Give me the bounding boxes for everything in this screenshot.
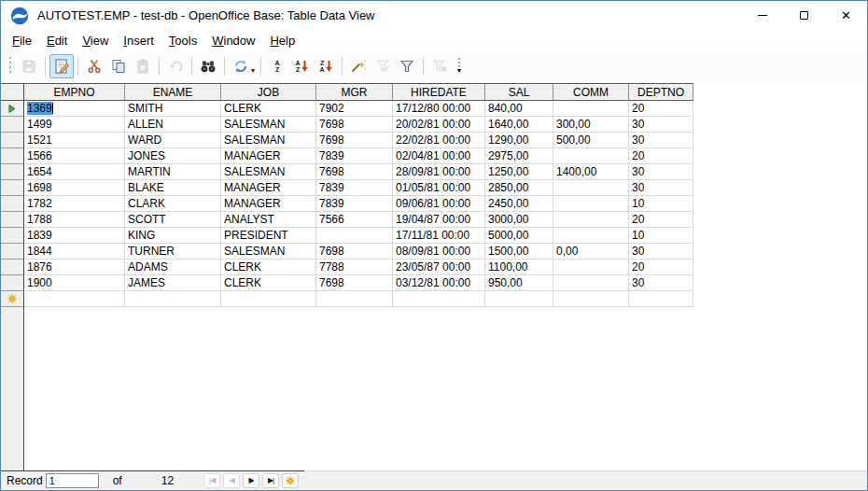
sort-descending-button[interactable]: ZA <box>314 54 338 78</box>
cell-hiredate[interactable]: 23/05/87 00:00 <box>393 260 485 275</box>
empty-cell-hiredate[interactable] <box>393 291 485 307</box>
row-header[interactable] <box>1 133 24 148</box>
cell-ename[interactable]: BLAKE <box>125 180 221 196</box>
menu-file[interactable]: File <box>5 32 39 49</box>
row-header[interactable] <box>1 148 24 164</box>
cell-comm[interactable] <box>553 148 629 164</box>
new-record-row-header[interactable] <box>1 291 24 307</box>
cell-hiredate[interactable]: 01/05/81 00:00 <box>393 180 485 196</box>
cell-comm[interactable] <box>553 180 629 196</box>
close-button[interactable]: ✕ <box>825 1 867 30</box>
cell-hiredate[interactable]: 17/11/81 00:00 <box>393 228 485 244</box>
cell-empno[interactable]: 1566 <box>24 148 125 164</box>
empty-cell-job[interactable] <box>221 291 316 307</box>
cell-mgr[interactable]: 7698 <box>316 244 393 260</box>
column-header-deptno[interactable]: DEPTNO <box>629 83 693 101</box>
menu-help[interactable]: Help <box>262 32 302 49</box>
column-header-hiredate[interactable]: HIREDATE <box>393 83 485 101</box>
row-header[interactable] <box>1 117 24 133</box>
record-number-input[interactable]: 1 <box>46 473 99 488</box>
cell-hiredate[interactable]: 03/12/81 00:00 <box>393 275 485 291</box>
cell-comm[interactable]: 0,00 <box>553 244 629 260</box>
row-header[interactable] <box>1 196 24 212</box>
cell-deptno[interactable]: 20 <box>629 212 693 228</box>
cell-ename[interactable]: SMITH <box>125 101 221 117</box>
cell-job[interactable]: MANAGER <box>221 148 316 164</box>
cell-mgr[interactable]: 7698 <box>316 164 393 180</box>
row-header[interactable] <box>1 212 24 228</box>
cell-hiredate[interactable]: 28/09/81 00:00 <box>393 164 485 180</box>
row-header[interactable] <box>1 260 24 275</box>
cell-mgr[interactable]: 7839 <box>316 180 393 196</box>
auto-filter-button[interactable] <box>346 54 371 78</box>
cell-job[interactable]: SALESMAN <box>221 164 316 180</box>
cell-hiredate[interactable]: 22/02/81 00:00 <box>393 133 485 148</box>
last-record-button[interactable]: ▶| <box>262 473 279 488</box>
cell-sal[interactable]: 950,00 <box>485 275 553 291</box>
cell-job[interactable]: PRESIDENT <box>221 228 316 244</box>
cell-hiredate[interactable]: 20/02/81 00:00 <box>393 117 485 133</box>
cut-button[interactable] <box>82 54 106 78</box>
maximize-button[interactable] <box>783 1 825 30</box>
toolbar-grip-handle[interactable] <box>7 57 13 76</box>
cell-ename[interactable]: CLARK <box>125 196 221 212</box>
cell-job[interactable]: ANALYST <box>221 212 316 228</box>
column-header-sal[interactable]: SAL <box>485 83 553 101</box>
cell-comm[interactable] <box>553 275 629 291</box>
cell-deptno[interactable]: 30 <box>629 180 693 196</box>
cell-deptno[interactable]: 20 <box>629 148 693 164</box>
cell-empno[interactable]: 1521 <box>24 133 125 148</box>
cell-comm[interactable]: 1400,00 <box>553 164 629 180</box>
cell-mgr[interactable]: 7839 <box>316 196 393 212</box>
column-header-mgr[interactable]: MGR <box>316 83 393 101</box>
cell-job[interactable]: SALESMAN <box>221 133 316 148</box>
cell-job[interactable]: MANAGER <box>221 196 316 212</box>
current-row-marker[interactable] <box>1 101 24 117</box>
column-header-ename[interactable]: ENAME <box>125 83 221 101</box>
cell-deptno[interactable]: 20 <box>629 101 693 117</box>
cell-sal[interactable]: 1250,00 <box>485 164 553 180</box>
cell-job[interactable]: CLERK <box>221 101 316 117</box>
refresh-dropdown-arrow[interactable]: ▾ <box>251 66 255 75</box>
cell-deptno[interactable]: 20 <box>629 260 693 275</box>
empty-cell-deptno[interactable] <box>629 291 693 307</box>
cell-comm[interactable] <box>553 228 629 244</box>
standard-filter-button[interactable] <box>395 54 419 78</box>
refresh-button[interactable] <box>229 54 253 78</box>
cell-sal[interactable]: 1100,00 <box>485 260 553 275</box>
cell-deptno[interactable]: 10 <box>629 228 693 244</box>
cell-hiredate[interactable]: 02/04/81 00:00 <box>393 148 485 164</box>
cell-ename[interactable]: KING <box>125 228 221 244</box>
cell-deptno[interactable]: 30 <box>629 275 693 291</box>
cell-empno[interactable]: 1499 <box>24 117 125 133</box>
next-record-button[interactable]: ▶ <box>243 473 259 488</box>
cell-ename[interactable]: TURNER <box>125 244 221 260</box>
column-header-job[interactable]: JOB <box>221 83 316 101</box>
empty-cell-sal[interactable] <box>485 291 553 307</box>
cell-hiredate[interactable]: 09/06/81 00:00 <box>393 196 485 212</box>
menu-view[interactable]: View <box>75 32 116 49</box>
cell-sal[interactable]: 2850,00 <box>485 180 553 196</box>
cell-empno[interactable]: 1839 <box>24 228 125 244</box>
cell-job[interactable]: CLERK <box>221 260 316 275</box>
row-header[interactable] <box>1 164 24 180</box>
cell-empno[interactable]: 1900 <box>24 275 125 291</box>
cell-comm[interactable] <box>553 196 629 212</box>
sort-button[interactable]: AZ <box>265 54 289 78</box>
empty-cell-mgr[interactable] <box>316 291 393 307</box>
cell-ename[interactable]: JONES <box>125 148 221 164</box>
cell-comm[interactable] <box>553 212 629 228</box>
cell-comm[interactable]: 500,00 <box>553 133 629 148</box>
cell-mgr[interactable] <box>316 228 393 244</box>
cell-sal[interactable]: 1500,00 <box>485 244 553 260</box>
menu-tools[interactable]: Tools <box>161 32 204 49</box>
menu-window[interactable]: Window <box>204 32 262 49</box>
cell-mgr[interactable]: 7839 <box>316 148 393 164</box>
sort-ascending-button[interactable]: AZ <box>289 54 314 78</box>
cell-sal[interactable]: 1290,00 <box>485 133 553 148</box>
cell-mgr[interactable]: 7902 <box>316 101 393 117</box>
toolbar-overflow-button[interactable]: ▾ <box>454 58 465 75</box>
cell-hiredate[interactable]: 17/12/80 00:00 <box>393 101 485 117</box>
copy-button[interactable] <box>106 54 131 78</box>
cell-deptno[interactable]: 30 <box>629 244 693 260</box>
